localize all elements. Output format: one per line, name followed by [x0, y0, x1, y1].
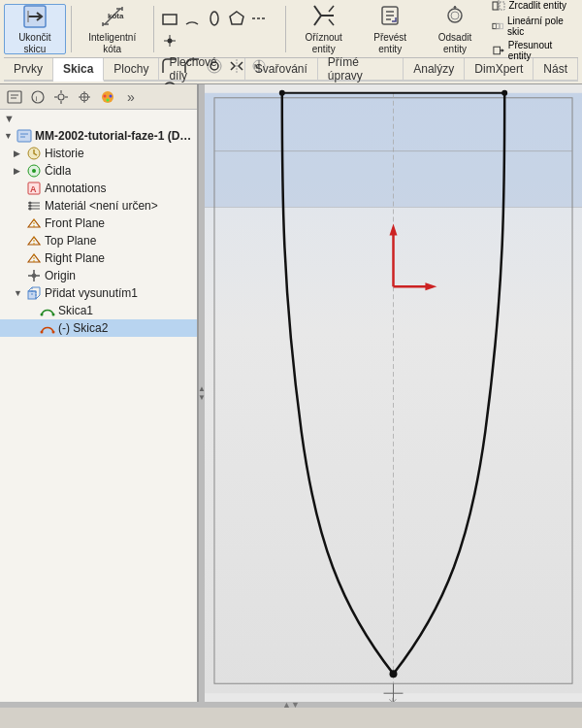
- ft-item-material[interactable]: Materiál <není určen>: [0, 197, 197, 215]
- svg-point-93: [52, 331, 55, 334]
- tab-dimxpert[interactable]: DimXpert: [465, 58, 534, 80]
- prevest-button[interactable]: Převést entity: [359, 6, 422, 52]
- ft-crosshair-btn[interactable]: [74, 87, 95, 107]
- ft-item-front-plane[interactable]: Front Plane: [0, 215, 197, 232]
- zrcadlit-label: Zrcadlit entity: [508, 0, 566, 11]
- ft-filter-bar: ▼: [0, 110, 197, 127]
- right-plane-label: Right Plane: [45, 251, 105, 265]
- ft-item-right-plane[interactable]: Right Plane: [0, 249, 197, 267]
- svg-text:A: A: [30, 184, 37, 194]
- ft-item-origin[interactable]: Origin: [0, 267, 197, 284]
- svg-point-65: [107, 98, 110, 101]
- ft-config-btn[interactable]: [50, 87, 72, 107]
- tab-analyzy[interactable]: Analýzy: [404, 58, 465, 80]
- viewport[interactable]: ✳: [205, 84, 582, 702]
- svg-line-32: [329, 6, 334, 12]
- svg-rect-45: [497, 23, 501, 28]
- ft-item-cidla[interactable]: ▶ Čidla: [0, 162, 197, 180]
- ft-item-extrude[interactable]: ▼ Přidat vysunutím1: [0, 284, 197, 302]
- orezat-icon: [311, 2, 337, 31]
- ft-item-top-plane[interactable]: Top Plane: [0, 232, 197, 249]
- ft-content: ▼ MM-2002-tutorial-faze-1 (Defa ▶ Histor…: [0, 127, 197, 702]
- svg-rect-43: [500, 2, 504, 10]
- inteligentni-kota-button[interactable]: kóta Inteligentní kóta: [77, 4, 148, 54]
- skica1-label: Skica1: [58, 304, 93, 317]
- inteligentni-label: Inteligentní kóta: [81, 32, 144, 55]
- tab-prvky[interactable]: Prvky: [4, 58, 53, 80]
- inteligentni-icon: kóta: [99, 3, 126, 30]
- ft-featureman-btn[interactable]: [4, 87, 25, 107]
- ft-propertyman-btn[interactable]: i: [27, 87, 48, 107]
- svg-point-77: [29, 202, 32, 205]
- svg-point-102: [279, 90, 285, 96]
- annotations-icon: A: [26, 181, 42, 196]
- horizontal-splitter[interactable]: ▲▼: [0, 702, 582, 708]
- tab-nast[interactable]: Nást: [534, 58, 578, 80]
- rect-tool[interactable]: [159, 8, 180, 29]
- skica2-label: (-) Skica2: [58, 321, 108, 335]
- svg-point-52: [32, 91, 44, 103]
- material-expand-icon: [14, 201, 23, 211]
- more-tools[interactable]: »: [159, 0, 180, 4]
- tab-plochy[interactable]: Plochy: [104, 58, 159, 80]
- svg-point-54: [58, 94, 64, 100]
- svg-point-90: [41, 314, 44, 316]
- sketch-tools-row2: [159, 6, 280, 52]
- tab-plechove-dily[interactable]: Plechové díly: [159, 58, 244, 80]
- svg-point-63: [104, 94, 107, 97]
- sketch-tools-row1: A »: [159, 0, 280, 5]
- right-plane-expand: [14, 253, 23, 263]
- svg-marker-18: [230, 12, 243, 24]
- right-plane-icon: [26, 250, 42, 266]
- ft-item-historie[interactable]: ▶ Historie: [0, 145, 197, 162]
- svg-point-17: [210, 12, 218, 25]
- tab-svarovani[interactable]: Svařování: [245, 58, 318, 80]
- top-plane-icon: [26, 233, 42, 248]
- root-icon: [16, 128, 32, 144]
- odsadit-label: Odsadit entity: [428, 32, 481, 55]
- linearni-label: Lineární pole skic: [507, 16, 574, 37]
- svg-rect-16: [163, 15, 177, 24]
- construction-tool[interactable]: [248, 8, 270, 29]
- point-tool[interactable]: [159, 30, 180, 51]
- svg-line-33: [329, 19, 334, 25]
- right-column-tools: Zrcadlit entity Lineární pole skic: [488, 0, 578, 62]
- origin-icon: [26, 268, 42, 283]
- arc-tool[interactable]: [181, 8, 203, 29]
- root-expand-icon: ▼: [4, 131, 14, 141]
- oval-tool[interactable]: [204, 8, 225, 29]
- ft-item-annotations[interactable]: A Annotations: [0, 180, 197, 197]
- tab-prime-upravy[interactable]: Přímé úpravy: [318, 58, 404, 80]
- ft-color-btn[interactable]: [97, 87, 118, 107]
- svg-point-103: [501, 90, 507, 96]
- separator-1: [71, 6, 72, 52]
- ukoncit-skicu-button[interactable]: Ukončit skicu: [4, 4, 66, 54]
- root-label: MM-2002-tutorial-faze-1 (Defa: [35, 129, 193, 143]
- orezat-button[interactable]: Oříznout entity: [290, 6, 357, 52]
- zrcadlit-button[interactable]: Zrcadlit entity: [488, 0, 578, 14]
- svg-rect-42: [493, 2, 498, 10]
- svg-point-91: [52, 314, 55, 316]
- right-tools-group: Oříznout entity Převést entity: [290, 0, 578, 62]
- tab-skica[interactable]: Skica: [53, 58, 104, 82]
- svg-rect-46: [500, 23, 503, 28]
- ft-more-btn[interactable]: »: [120, 87, 142, 107]
- front-plane-expand: [14, 218, 23, 228]
- svg-point-71: [32, 169, 36, 173]
- presunout-icon: [492, 44, 504, 57]
- orezat-label: Oříznout entity: [295, 32, 352, 55]
- polygon-tool[interactable]: [226, 8, 247, 29]
- linearni-button[interactable]: Lineární pole skic: [488, 15, 578, 38]
- svg-text:i: i: [36, 93, 38, 102]
- material-icon: [26, 198, 42, 214]
- ft-item-skica2[interactable]: (-) Skica2: [0, 319, 197, 337]
- ft-item-skica1[interactable]: Skica1: [0, 302, 197, 319]
- odsadit-button[interactable]: Odsadit entity: [423, 6, 486, 52]
- svg-text:kóta: kóta: [108, 12, 124, 20]
- svg-point-79: [29, 208, 32, 211]
- separator-3: [285, 6, 286, 52]
- svg-rect-49: [8, 91, 21, 103]
- ukoncit-label: Ukončit skicu: [9, 32, 61, 55]
- cad-sketch-view: ✳: [205, 84, 582, 702]
- ft-root-item[interactable]: ▼ MM-2002-tutorial-faze-1 (Defa: [0, 127, 197, 145]
